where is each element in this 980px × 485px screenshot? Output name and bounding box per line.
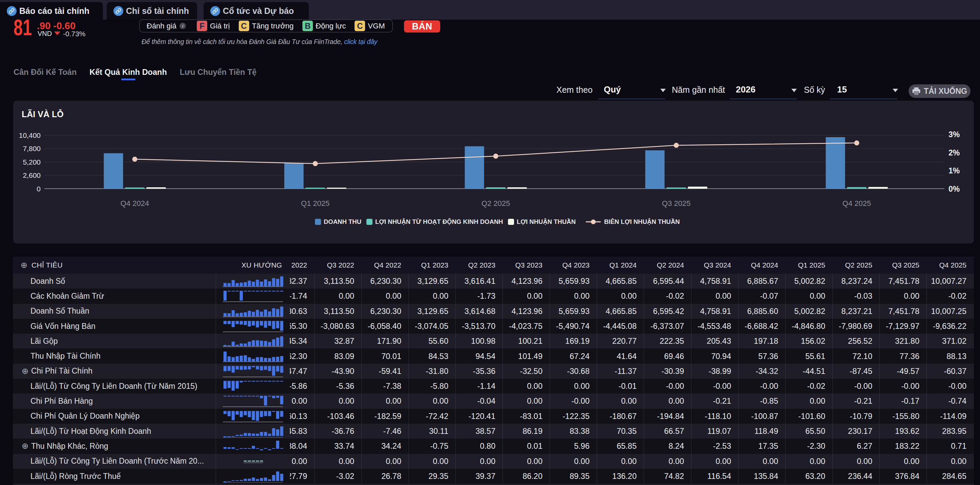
svg-text:7,800: 7,800 [23,145,41,153]
svg-text:3%: 3% [948,130,960,139]
svg-text:10,400: 10,400 [19,131,41,139]
svg-text:Q2 2025: Q2 2025 [482,199,510,208]
svg-text:0: 0 [37,185,41,193]
svg-text:0%: 0% [948,184,960,193]
svg-text:Q1 2025: Q1 2025 [301,199,329,208]
svg-text:Q4 2024: Q4 2024 [121,199,149,208]
svg-text:1%: 1% [948,166,960,175]
svg-text:2%: 2% [948,148,960,157]
svg-text:Q3 2025: Q3 2025 [662,199,690,208]
svg-text:Q4 2025: Q4 2025 [843,199,871,208]
svg-text:5,200: 5,200 [23,158,41,166]
svg-text:2,600: 2,600 [23,172,41,179]
